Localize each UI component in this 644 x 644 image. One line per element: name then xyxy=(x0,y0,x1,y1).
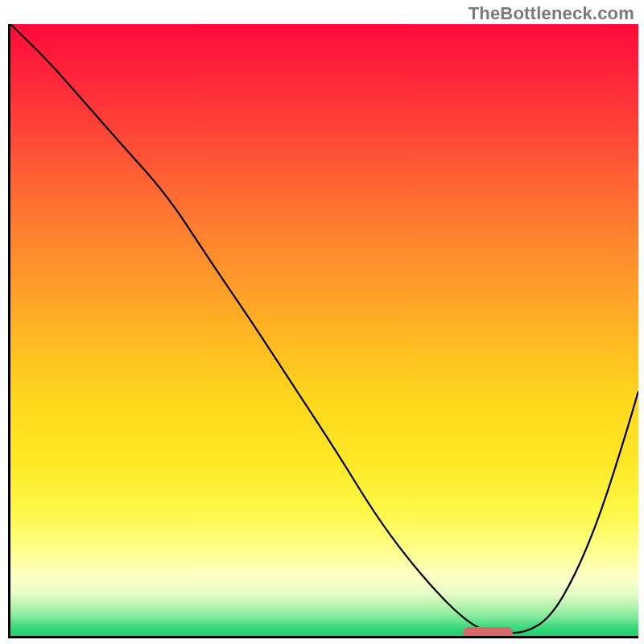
curve-svg xyxy=(10,24,638,636)
watermark-text: TheBottleneck.com xyxy=(469,3,634,24)
plot-area xyxy=(8,24,638,638)
bottleneck-curve xyxy=(10,24,638,633)
chart-wrapper: TheBottleneck.com xyxy=(0,0,644,644)
optimal-marker xyxy=(463,627,513,638)
